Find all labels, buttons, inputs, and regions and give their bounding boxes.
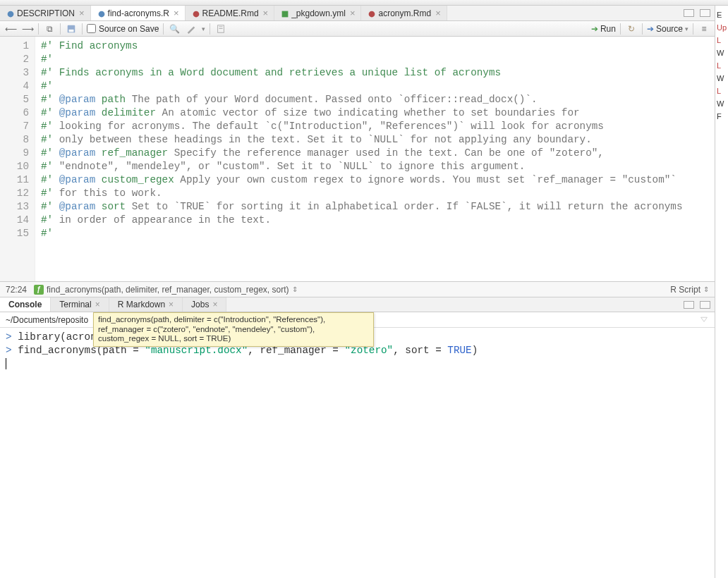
code-editor[interactable]: 123456789101112131415 #' Find acronyms#'… — [0, 37, 715, 281]
close-icon[interactable]: × — [350, 8, 356, 18]
source-icon: ➔ — [647, 24, 654, 34]
tab-console[interactable]: Console — [0, 297, 51, 312]
close-icon[interactable]: × — [212, 300, 217, 309]
tab-label: Console — [8, 300, 42, 309]
tab-label: find-acronyms.R — [108, 8, 169, 18]
working-directory[interactable]: ~/Documents/reposito — [6, 315, 88, 325]
clear-console-icon[interactable] — [699, 314, 709, 326]
tab-rmarkdown[interactable]: R Markdown × — [109, 297, 183, 312]
editor-status-bar: 72:24 ƒ find_acronyms(path, delimiter, r… — [0, 281, 715, 297]
file-icon — [6, 9, 14, 18]
console-tabs: Console Terminal × R Markdown × Jobs × — [0, 297, 715, 312]
minimize-pane-icon[interactable] — [684, 9, 694, 17]
source-on-save-input[interactable] — [87, 24, 96, 33]
tab-jobs[interactable]: Jobs × — [183, 297, 226, 312]
svg-rect-6 — [69, 29, 74, 32]
wand-icon[interactable] — [185, 23, 198, 35]
source-on-save-checkbox[interactable]: Source on Save — [87, 24, 159, 34]
tab-label: DESCRIPTION — [17, 8, 75, 18]
run-icon: ➔ — [591, 24, 598, 34]
close-icon[interactable]: × — [174, 8, 179, 18]
svg-rect-8 — [219, 26, 223, 27]
cursor-position: 72:24 — [6, 285, 27, 295]
svg-rect-9 — [219, 28, 223, 29]
tab-label: R Markdown — [118, 300, 165, 309]
function-icon: ƒ — [34, 285, 44, 295]
main-toolbar — [0, 0, 728, 6]
file-icon — [191, 9, 200, 18]
maximize-pane-icon[interactable] — [700, 301, 710, 309]
tab-label: _pkgdown.yml — [291, 8, 346, 18]
maximize-pane-icon[interactable] — [700, 9, 710, 17]
tab-description[interactable]: DESCRIPTION × — [0, 6, 91, 20]
language-label[interactable]: R Script — [670, 285, 700, 295]
show-in-new-window-icon[interactable]: ⧉ — [43, 23, 56, 35]
run-label: Run — [600, 24, 616, 34]
rerun-icon[interactable]: ↻ — [625, 23, 638, 35]
tab-label: acronym.Rmd — [378, 8, 431, 18]
document-tabs: DESCRIPTION × find-acronyms.R × README.R… — [0, 6, 715, 21]
file-icon — [367, 9, 375, 18]
source-on-save-label: Source on Save — [99, 24, 159, 34]
tab-label: README.Rmd — [202, 8, 259, 18]
svg-point-2 — [193, 11, 199, 17]
report-icon[interactable] — [214, 23, 227, 35]
chevron-down-icon: ▾ — [685, 25, 688, 32]
console-cursor[interactable] — [6, 357, 709, 371]
breadcrumb[interactable]: find_acronyms(path, delimiter, ref_manag… — [47, 285, 289, 295]
svg-point-0 — [8, 11, 14, 17]
file-icon — [97, 9, 105, 18]
tab-find-acronyms[interactable]: find-acronyms.R × — [91, 6, 186, 20]
svg-point-4 — [369, 11, 375, 17]
svg-rect-3 — [282, 11, 289, 17]
close-icon[interactable]: × — [95, 300, 100, 309]
tooltip-line: custom_regex = NULL, sort = TRUE) — [98, 334, 369, 344]
close-icon[interactable]: × — [435, 8, 441, 18]
close-icon[interactable]: × — [79, 8, 85, 18]
gutter: 123456789101112131415 — [0, 37, 35, 281]
source-button[interactable]: ➔ Source ▾ — [647, 24, 688, 34]
chevron-icon[interactable]: ⇕ — [703, 285, 709, 293]
file-icon — [280, 9, 289, 18]
outline-icon[interactable]: ≡ — [698, 23, 710, 35]
back-icon[interactable]: ⟵ — [4, 23, 17, 35]
save-icon[interactable] — [65, 23, 78, 35]
console-output[interactable]: find_acronyms(path, delimiter = c("Intro… — [0, 328, 715, 578]
close-icon[interactable]: × — [263, 8, 269, 18]
tab-acronym[interactable]: acronym.Rmd × — [361, 6, 447, 20]
tab-label: Terminal — [59, 300, 91, 309]
right-panel: EUpLWLWLWF — [715, 6, 728, 578]
run-button[interactable]: ➔ Run — [591, 24, 616, 34]
minimize-pane-icon[interactable] — [684, 301, 694, 309]
forward-icon[interactable]: ⟶ — [21, 23, 34, 35]
find-icon[interactable]: 🔍 — [168, 23, 181, 35]
dropdown-icon[interactable]: ▾ — [202, 25, 205, 32]
signature-tooltip: find_acronyms(path, delimiter = c("Intro… — [93, 312, 374, 347]
tab-readme[interactable]: README.Rmd × — [186, 6, 275, 20]
tooltip-line: find_acronyms(path, delimiter = c("Intro… — [98, 315, 369, 325]
tab-pkgdown[interactable]: _pkgdown.yml × — [274, 6, 361, 20]
tooltip-line: ref_manager = c("zotero", "endnote", "me… — [98, 325, 369, 335]
source-toolbar: ⟵ ⟶ ⧉ Source on Save 🔍 ▾ ➔ Run ↻ — [0, 21, 715, 37]
chevron-icon[interactable]: ⇕ — [292, 285, 298, 293]
tab-label: Jobs — [191, 300, 209, 309]
tab-terminal[interactable]: Terminal × — [51, 297, 109, 312]
source-label: Source — [656, 24, 683, 34]
close-icon[interactable]: × — [169, 300, 174, 309]
svg-point-1 — [98, 11, 104, 17]
code-area[interactable]: #' Find acronyms#'#' Finds acronyms in a… — [35, 37, 715, 281]
